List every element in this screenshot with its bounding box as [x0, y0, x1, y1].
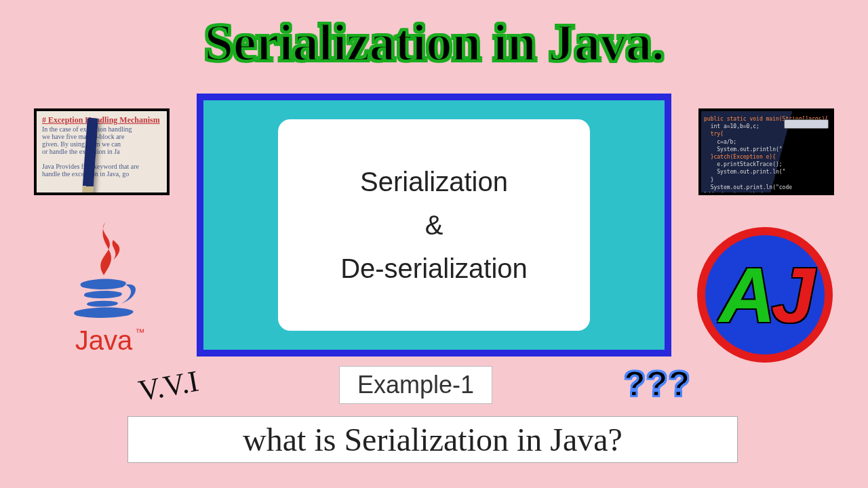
notes-line: we have five main 5-block are [42, 133, 161, 140]
java-cup-icon [63, 217, 144, 325]
notes-line: Java Provides five keyword that are [42, 163, 161, 170]
code-line: System.out.println(" [704, 146, 829, 153]
code-line: c=a/b; [704, 138, 829, 146]
notes-line: given. By using them we can [42, 140, 161, 148]
notes-line: or handle the exception in Ja [42, 148, 161, 155]
notes-line: In the case of exception handling [42, 125, 161, 133]
code-line: System.out.print.ln("code [704, 184, 829, 191]
aj-badge: AJ [697, 227, 833, 363]
card-line-1: Serialization [360, 160, 508, 203]
center-card: Serialization & De-serialization [278, 119, 590, 331]
center-frame: Serialization & De-serialization [197, 94, 671, 357]
card-line-2: De-serialization [340, 247, 528, 290]
code-line: e.printStackTrace(); [704, 161, 829, 168]
notes-line: handle the exception in Java, go [42, 170, 161, 178]
card-ampersand: & [425, 203, 443, 247]
notes-header: # Exception Handling Mechanism [42, 115, 161, 125]
code-line: try{ [704, 131, 724, 137]
badge-letter-j: J [772, 256, 811, 334]
thumbnail-code: public static void main(String[]args){ i… [698, 108, 834, 195]
question-marks: ??? [624, 363, 690, 404]
bottom-question-box: what is Serialization in Java? [127, 416, 738, 463]
code-line: }//end main method [704, 191, 829, 195]
code-line: }catch(Exception e){ [704, 154, 776, 160]
main-title: Serialization in Java. [0, 12, 868, 73]
thumbnail-notes: # Exception Handling Mechanism In the ca… [34, 108, 170, 195]
code-line: } [704, 176, 829, 184]
dialog-box-icon [784, 119, 829, 129]
vvi-label: V.V.I [136, 364, 201, 409]
code-line: System.out.print.ln(" [704, 168, 829, 176]
badge-letter-a: A [719, 256, 771, 334]
example-box: Example-1 [339, 366, 492, 404]
java-logo-text: Java [75, 325, 133, 356]
java-logo: Java [53, 217, 155, 366]
